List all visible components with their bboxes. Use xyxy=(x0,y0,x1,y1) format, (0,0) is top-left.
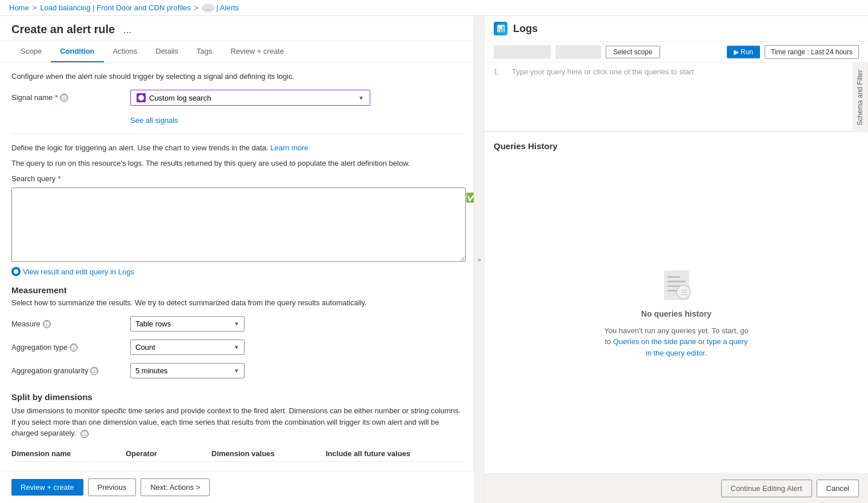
no-history-title: No queries history xyxy=(641,309,711,318)
aggregation-granularity-dropdown[interactable]: 5 minutes ▼ xyxy=(130,363,245,378)
resource-pill xyxy=(494,45,551,59)
previous-button[interactable]: Previous xyxy=(88,478,137,496)
resource-pill-2 xyxy=(555,45,601,59)
aggregation-granularity-label: Aggregation granularity ⓘ xyxy=(11,363,126,375)
ellipsis-button[interactable]: ... xyxy=(119,23,135,36)
tab-scope[interactable]: Scope xyxy=(11,41,51,62)
svg-rect-1 xyxy=(667,276,680,278)
svg-text:☰: ☰ xyxy=(681,288,688,297)
measure-row: Measure ⓘ Table rows ▼ xyxy=(11,316,462,332)
queries-side-pane-link[interactable]: Queries on the side pane xyxy=(613,337,696,346)
no-history-icon: ☰ xyxy=(659,268,694,302)
tab-condition[interactable]: Condition xyxy=(51,41,104,62)
line-number: 1 xyxy=(494,67,505,76)
signal-name-label: Signal name * ⓘ xyxy=(11,90,126,102)
panel-collapse-button[interactable]: » xyxy=(474,16,485,503)
next-actions-button[interactable]: Next: Actions > xyxy=(141,478,210,496)
page-title: Create an alert rule xyxy=(11,23,115,36)
split-info-icon[interactable]: ⓘ xyxy=(81,430,89,438)
empty-history-container: ☰ No queries history You haven't run any… xyxy=(494,162,859,464)
review-create-button[interactable]: Review + create xyxy=(11,479,83,496)
tabs-bar: Scope Condition Actions Details Tags Rev… xyxy=(0,41,474,63)
form-body: Configure when the alert rule should tri… xyxy=(0,63,474,503)
breadcrumb-ellipsis: ... xyxy=(202,4,214,12)
breadcrumb: Home > Load balancing | Front Door and C… xyxy=(0,0,868,16)
measure-chevron-icon: ▼ xyxy=(234,321,239,327)
logs-title: Logs xyxy=(513,23,538,35)
aggregation-type-row: Aggregation type ⓘ Count ▼ xyxy=(11,340,462,355)
right-panel: Logs Select scope ▶ Run Time range : Las… xyxy=(485,16,868,503)
breadcrumb-home[interactable]: Home xyxy=(9,3,29,12)
see-all-signals-link[interactable]: See all signals xyxy=(130,116,178,125)
form-description: Configure when the alert rule should tri… xyxy=(11,72,462,81)
select-scope-button[interactable]: Select scope xyxy=(606,46,660,58)
aggregation-granularity-info-icon[interactable]: ⓘ xyxy=(90,367,98,375)
search-query-label: Search query * xyxy=(11,174,462,183)
queries-history-section: Queries History ☰ No queries history You… xyxy=(485,132,868,473)
aggregation-type-chevron-icon: ▼ xyxy=(234,344,239,350)
signal-app-icon xyxy=(137,93,146,102)
measurement-title: Measurement xyxy=(11,285,462,295)
cancel-button[interactable]: Cancel xyxy=(817,480,859,497)
tab-details[interactable]: Details xyxy=(146,41,187,62)
logic-description: Define the logic for triggering an alert… xyxy=(11,143,462,152)
aggregation-type-label: Aggregation type ⓘ xyxy=(11,340,126,352)
run-button[interactable]: ▶ Run xyxy=(727,46,760,58)
search-query-wrapper: ✅ xyxy=(11,187,466,264)
svg-rect-2 xyxy=(667,281,686,282)
signal-name-row: Signal name * ⓘ Custom log search ▼ xyxy=(11,90,462,106)
no-history-desc: You haven't run any queries yet. To star… xyxy=(602,325,751,359)
dimension-table-header: Dimension name Operator Dimension values… xyxy=(11,446,462,462)
signal-name-dropdown[interactable]: Custom log search ▼ xyxy=(130,90,370,106)
view-logs-link[interactable]: View result and edit query in Logs xyxy=(11,267,462,276)
measure-info-icon[interactable]: ⓘ xyxy=(43,320,51,328)
logs-header: Logs xyxy=(485,16,868,42)
logs-app-icon xyxy=(494,22,507,35)
tab-review-create[interactable]: Review + create xyxy=(221,41,293,62)
aggregation-granularity-row: Aggregation granularity ⓘ 5 minutes ▼ xyxy=(11,363,462,378)
logs-subtitle-bar: Select scope ▶ Run Time range : Last 24 … xyxy=(485,42,868,63)
learn-more-link[interactable]: Learn more xyxy=(270,143,308,152)
aggregation-type-dropdown[interactable]: Count ▼ xyxy=(130,340,245,355)
queries-history-title: Queries History xyxy=(494,141,859,151)
chevron-down-icon: ▼ xyxy=(358,95,364,101)
signal-name-info-icon[interactable]: ⓘ xyxy=(60,94,68,102)
split-desc: Use dimensions to monitor specific time … xyxy=(11,405,462,439)
collapse-arrow-icon: » xyxy=(478,257,481,263)
aggregation-type-info-icon[interactable]: ⓘ xyxy=(70,344,78,352)
measure-dropdown[interactable]: Table rows ▼ xyxy=(130,316,245,332)
bottom-bar: Review + create Previous Next: Actions > xyxy=(0,471,474,503)
right-bottom-bar: Continue Editing Alert Cancel xyxy=(485,473,868,503)
continue-editing-button[interactable]: Continue Editing Alert xyxy=(721,480,812,497)
tab-actions[interactable]: Actions xyxy=(104,41,147,62)
query-valid-icon: ✅ xyxy=(466,192,474,203)
logs-link-icon xyxy=(11,267,21,276)
query-editor[interactable]: 1 Type your query here or click one of t… xyxy=(485,63,853,132)
measurement-desc: Select how to summarize the results. We … xyxy=(11,298,462,307)
search-query-input[interactable] xyxy=(11,187,466,262)
time-range-button[interactable]: Time range : Last 24 hours xyxy=(765,45,859,59)
schema-filter-tab[interactable]: Schema and Filter xyxy=(853,63,868,132)
aggregation-granularity-chevron-icon: ▼ xyxy=(234,368,239,374)
tab-tags[interactable]: Tags xyxy=(187,41,221,62)
breadcrumb-loadbalancing[interactable]: Load balancing | Front Door and CDN prof… xyxy=(40,3,191,12)
page-header: Create an alert rule ... xyxy=(0,16,474,41)
measure-label: Measure ⓘ xyxy=(11,316,126,328)
query-description: The query to run on this resource's logs… xyxy=(11,159,462,167)
breadcrumb-alerts[interactable]: | Alerts xyxy=(217,3,239,12)
split-section-title: Split by dimensions xyxy=(11,392,462,402)
query-placeholder-text: Type your query here or click one of the… xyxy=(512,67,694,76)
